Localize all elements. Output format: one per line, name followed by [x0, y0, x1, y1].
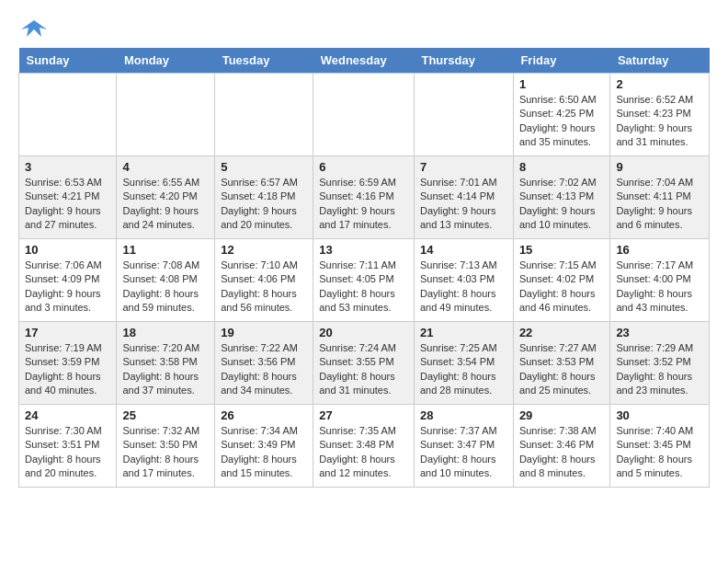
day-info: Sunrise: 7:06 AMSunset: 4:09 PMDaylight:…: [25, 259, 110, 316]
svg-marker-0: [21, 20, 47, 37]
day-number: 19: [221, 326, 307, 339]
day-cell: [313, 74, 415, 156]
day-info: Sunrise: 7:02 AMSunset: 4:13 PMDaylight:…: [519, 176, 605, 233]
day-info: Sunrise: 6:52 AMSunset: 4:23 PMDaylight:…: [616, 93, 703, 150]
day-cell: 18Sunrise: 7:20 AMSunset: 3:58 PMDayligh…: [117, 322, 215, 405]
day-info: Sunrise: 7:19 AMSunset: 3:59 PMDaylight:…: [25, 341, 110, 398]
day-number: 14: [420, 243, 507, 257]
day-cell: 4Sunrise: 6:55 AMSunset: 4:20 PMDaylight…: [117, 156, 215, 239]
header-tuesday: Tuesday: [215, 48, 313, 74]
day-info: Sunrise: 7:32 AMSunset: 3:50 PMDaylight:…: [122, 424, 209, 481]
day-info: Sunrise: 7:40 AMSunset: 3:45 PMDaylight:…: [616, 424, 703, 481]
day-number: 28: [420, 408, 507, 422]
day-number: 13: [319, 243, 408, 257]
day-cell: 27Sunrise: 7:35 AMSunset: 3:48 PMDayligh…: [313, 405, 415, 488]
day-number: 10: [25, 243, 110, 257]
day-number: 24: [25, 408, 110, 422]
day-number: 23: [616, 326, 703, 339]
header: [18, 18, 710, 39]
day-cell: 16Sunrise: 7:17 AMSunset: 4:00 PMDayligh…: [610, 239, 710, 322]
day-number: 30: [616, 408, 703, 422]
day-cell: 22Sunrise: 7:27 AMSunset: 3:53 PMDayligh…: [513, 322, 610, 405]
day-info: Sunrise: 7:22 AMSunset: 3:56 PMDaylight:…: [221, 341, 307, 398]
day-number: 27: [319, 408, 408, 422]
day-info: Sunrise: 7:27 AMSunset: 3:53 PMDaylight:…: [519, 341, 605, 398]
day-cell: 14Sunrise: 7:13 AMSunset: 4:03 PMDayligh…: [414, 239, 513, 322]
day-cell: 9Sunrise: 7:04 AMSunset: 4:11 PMDaylight…: [610, 156, 710, 239]
day-info: Sunrise: 7:37 AMSunset: 3:47 PMDaylight:…: [420, 424, 507, 481]
day-info: Sunrise: 7:08 AMSunset: 4:08 PMDaylight:…: [122, 259, 209, 316]
day-info: Sunrise: 7:25 AMSunset: 3:54 PMDaylight:…: [420, 341, 507, 398]
day-number: 3: [25, 160, 110, 174]
header-wednesday: Wednesday: [313, 48, 415, 74]
day-cell: 2Sunrise: 6:52 AMSunset: 4:23 PMDaylight…: [610, 74, 710, 156]
day-number: 21: [420, 326, 507, 339]
day-cell: 20Sunrise: 7:24 AMSunset: 3:55 PMDayligh…: [313, 322, 415, 405]
day-info: Sunrise: 7:34 AMSunset: 3:49 PMDaylight:…: [221, 424, 307, 481]
day-cell: 5Sunrise: 6:57 AMSunset: 4:18 PMDaylight…: [215, 156, 313, 239]
day-cell: 7Sunrise: 7:01 AMSunset: 4:14 PMDaylight…: [414, 156, 513, 239]
day-cell: [19, 74, 117, 156]
day-number: 2: [616, 77, 703, 91]
day-cell: 17Sunrise: 7:19 AMSunset: 3:59 PMDayligh…: [19, 322, 117, 405]
day-info: Sunrise: 7:04 AMSunset: 4:11 PMDaylight:…: [616, 176, 703, 233]
day-info: Sunrise: 7:15 AMSunset: 4:02 PMDaylight:…: [519, 259, 605, 316]
day-info: Sunrise: 7:10 AMSunset: 4:06 PMDaylight:…: [221, 259, 307, 316]
day-cell: 1Sunrise: 6:50 AMSunset: 4:25 PMDaylight…: [513, 74, 610, 156]
day-cell: 23Sunrise: 7:29 AMSunset: 3:52 PMDayligh…: [610, 322, 710, 405]
day-cell: [215, 74, 313, 156]
logo-bird-icon: [21, 18, 47, 39]
day-info: Sunrise: 7:13 AMSunset: 4:03 PMDaylight:…: [420, 259, 507, 316]
day-cell: [117, 74, 215, 156]
day-number: 20: [319, 326, 408, 339]
day-number: 26: [221, 408, 307, 422]
day-cell: 8Sunrise: 7:02 AMSunset: 4:13 PMDaylight…: [513, 156, 610, 239]
day-cell: 11Sunrise: 7:08 AMSunset: 4:08 PMDayligh…: [117, 239, 215, 322]
day-cell: 3Sunrise: 6:53 AMSunset: 4:21 PMDaylight…: [19, 156, 117, 239]
day-cell: 13Sunrise: 7:11 AMSunset: 4:05 PMDayligh…: [313, 239, 415, 322]
day-cell: 10Sunrise: 7:06 AMSunset: 4:09 PMDayligh…: [19, 239, 117, 322]
day-cell: 19Sunrise: 7:22 AMSunset: 3:56 PMDayligh…: [215, 322, 313, 405]
day-number: 1: [519, 77, 605, 91]
day-cell: 15Sunrise: 7:15 AMSunset: 4:02 PMDayligh…: [513, 239, 610, 322]
day-cell: 6Sunrise: 6:59 AMSunset: 4:16 PMDaylight…: [313, 156, 415, 239]
day-number: 12: [221, 243, 307, 257]
day-info: Sunrise: 7:35 AMSunset: 3:48 PMDaylight:…: [319, 424, 408, 481]
header-saturday: Saturday: [610, 48, 710, 74]
day-number: 29: [519, 408, 605, 422]
day-number: 9: [616, 160, 703, 174]
day-info: Sunrise: 7:29 AMSunset: 3:52 PMDaylight:…: [616, 341, 703, 398]
day-info: Sunrise: 7:01 AMSunset: 4:14 PMDaylight:…: [420, 176, 507, 233]
day-info: Sunrise: 7:38 AMSunset: 3:46 PMDaylight:…: [519, 424, 605, 481]
week-row-1: 1Sunrise: 6:50 AMSunset: 4:25 PMDaylight…: [19, 74, 710, 156]
day-cell: 25Sunrise: 7:32 AMSunset: 3:50 PMDayligh…: [117, 405, 215, 488]
week-row-2: 3Sunrise: 6:53 AMSunset: 4:21 PMDaylight…: [19, 156, 710, 239]
calendar-table: SundayMondayTuesdayWednesdayThursdayFrid…: [18, 48, 710, 488]
day-cell: 12Sunrise: 7:10 AMSunset: 4:06 PMDayligh…: [215, 239, 313, 322]
day-number: 22: [519, 326, 605, 339]
day-cell: [414, 74, 513, 156]
logo: [18, 18, 47, 39]
header-sunday: Sunday: [19, 48, 117, 74]
day-cell: 29Sunrise: 7:38 AMSunset: 3:46 PMDayligh…: [513, 405, 610, 488]
day-cell: 30Sunrise: 7:40 AMSunset: 3:45 PMDayligh…: [610, 405, 710, 488]
week-row-4: 17Sunrise: 7:19 AMSunset: 3:59 PMDayligh…: [19, 322, 710, 405]
day-info: Sunrise: 6:57 AMSunset: 4:18 PMDaylight:…: [221, 176, 307, 233]
day-info: Sunrise: 7:17 AMSunset: 4:00 PMDaylight:…: [616, 259, 703, 316]
week-row-5: 24Sunrise: 7:30 AMSunset: 3:51 PMDayligh…: [19, 405, 710, 488]
day-info: Sunrise: 7:30 AMSunset: 3:51 PMDaylight:…: [25, 424, 110, 481]
day-number: 25: [122, 408, 209, 422]
day-number: 15: [519, 243, 605, 257]
day-number: 6: [319, 160, 408, 174]
header-friday: Friday: [513, 48, 610, 74]
day-number: 4: [122, 160, 209, 174]
day-info: Sunrise: 6:53 AMSunset: 4:21 PMDaylight:…: [25, 176, 110, 233]
day-info: Sunrise: 7:11 AMSunset: 4:05 PMDaylight:…: [319, 259, 408, 316]
day-number: 11: [122, 243, 209, 257]
calendar-header-row: SundayMondayTuesdayWednesdayThursdayFrid…: [19, 48, 710, 74]
day-number: 18: [122, 326, 209, 339]
day-number: 17: [25, 326, 110, 339]
week-row-3: 10Sunrise: 7:06 AMSunset: 4:09 PMDayligh…: [19, 239, 710, 322]
day-cell: 26Sunrise: 7:34 AMSunset: 3:49 PMDayligh…: [215, 405, 313, 488]
day-number: 5: [221, 160, 307, 174]
